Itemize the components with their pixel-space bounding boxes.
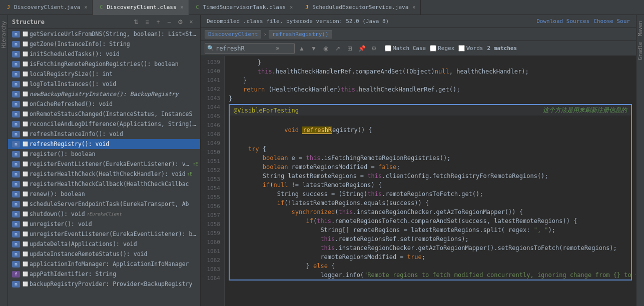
struct-item-19[interactable]: m ⬜ unregister(): void [8, 219, 200, 229]
badge-m: m [12, 121, 20, 128]
item-text: refreshInstanceInfo(): void [30, 130, 123, 138]
struct-item-24[interactable]: f ⬜ appPathIdentifier: String [8, 269, 200, 279]
tab-close-0[interactable]: × [84, 4, 87, 10]
download-sources-link[interactable]: Download Sources [536, 18, 589, 24]
struct-item-20[interactable]: m ⬜ unregisterEventListener(EurekaEventL… [8, 229, 200, 239]
structure-header: Structure ⇅ ≡ + – ⚙ × [8, 15, 200, 29]
struct-item-6[interactable]: m ⬜ newBackupRegistryInstance(): BackupR… [8, 89, 200, 99]
vis-public: ⬜ [22, 50, 29, 58]
item-text: updateDelta(Applications): void [30, 240, 137, 248]
struct-item-2[interactable]: m ⬜ initScheduledTasks(): void [8, 49, 200, 59]
search-settings-btn[interactable]: ⚙ [369, 44, 379, 54]
words-checkbox[interactable] [458, 45, 465, 52]
item-text: renew(): boolean [30, 190, 85, 198]
search-input[interactable] [216, 45, 276, 52]
struct-item-21[interactable]: m ⬜ updateDelta(Applications): void [8, 239, 200, 249]
struct-item-9[interactable]: m ⬜ reconcileAndLogDifference(Applicatio… [8, 119, 200, 129]
structure-toolbar: ⇅ ≡ + – ⚙ × [131, 17, 196, 27]
vis-public: ⬜ [22, 100, 29, 108]
struct-item-16[interactable]: m ⬜ renew(): boolean [8, 189, 200, 199]
item-text: onCacheRefreshed(): void [30, 100, 113, 108]
matches-count: 2 matches [487, 45, 517, 52]
item-text: localRegistrySize(): int [30, 70, 113, 78]
item-text: newBackupRegistryInstance(): BackupRegis… [30, 90, 179, 98]
struct-item-0[interactable]: m ⬜ getServiceUrlsFromDNS(String, boolea… [8, 29, 200, 39]
code-area[interactable]: 1039 1040 1041 1042 1043 1044 1045 1046 … [201, 56, 636, 306]
side-tab-maven[interactable]: Maven [636, 19, 644, 38]
search-prev-btn[interactable]: ▲ [297, 44, 307, 54]
line-num: 1060 [203, 238, 220, 247]
struct-item-13[interactable]: m ⬜ registerEventListener(EurekaEventLis… [8, 159, 200, 169]
code-line-1059: String[] remoteRegions = latestRemoteReg… [230, 226, 631, 234]
item-text: initScheduledTasks(): void [30, 50, 120, 58]
regex-checkbox[interactable] [430, 45, 436, 52]
structure-title: Structure [12, 18, 45, 26]
struct-item-4[interactable]: m ⬜ localRegistrySize(): int [8, 69, 200, 79]
tab-close-2[interactable]: × [290, 4, 293, 10]
breadcrumb-method[interactable]: refreshRegistry() [269, 30, 332, 38]
search-find-all-btn[interactable]: ◉ [321, 44, 331, 54]
badge-m: m [12, 41, 20, 48]
search-next-btn[interactable]: ▼ [309, 44, 319, 54]
collapse-all-btn[interactable]: – [164, 17, 174, 27]
struct-item-18[interactable]: m ⬜ shutdown(): void ↑EurekaClient [8, 209, 200, 219]
struct-item-5[interactable]: m ⬜ logTotalInstances(): void [8, 79, 200, 89]
match-case-label: Match Case [393, 45, 426, 52]
struct-item-7[interactable]: m ⬜ onCacheRefreshed(): void [8, 99, 200, 109]
struct-item-3[interactable]: m ⬜ isFetchingRemoteRegionRegistries(): … [8, 59, 200, 69]
struct-item-10[interactable]: m ⬜ refreshInstanceInfo(): void [8, 129, 200, 139]
hierarchy-tab[interactable]: Hierarchy [0, 19, 8, 50]
search-options-btn2[interactable]: ⊞ [345, 44, 355, 54]
close-structure-btn[interactable]: × [186, 17, 196, 27]
tab-discovery-class[interactable]: C DiscoveryClient.class × [93, 0, 189, 15]
badge-m: m [12, 31, 20, 38]
struct-item-14[interactable]: m ⬜ registerHealthCheck(HealthCheckHandl… [8, 169, 200, 179]
sort-alpha-btn[interactable]: ⇅ [131, 17, 141, 27]
tab-close-3[interactable]: × [412, 4, 415, 10]
item-text: registerEventListener(EurekaEventListene… [30, 160, 191, 168]
item-text: shutdown(): void [30, 210, 85, 218]
tab-scheduled-executor[interactable]: J ScheduledExecutorService.java × [298, 0, 421, 15]
breadcrumb-bar: DiscoveryClient › refreshRegistry() [201, 28, 636, 41]
settings-btn[interactable]: ⚙ [175, 17, 185, 27]
words-option[interactable]: Words [458, 45, 483, 52]
match-case-checkbox[interactable] [385, 45, 391, 52]
line-num: 1059 [203, 229, 220, 238]
struct-item-23[interactable]: m ⬜ applicationInfoManager: ApplicationI… [8, 259, 200, 269]
code-line-1052: boolean remoteRegionsModified = false; [230, 162, 631, 172]
match-case-option[interactable]: Match Case [385, 45, 426, 52]
item-text-selected: refreshRegistry(): void [30, 140, 109, 148]
vis-public: ⬜ [22, 270, 29, 278]
struct-item-25[interactable]: m ⬜ backupRegistryProvider: Provider<Bac… [8, 279, 200, 289]
struct-item-refresh-registry[interactable]: m ⬜ refreshRegistry(): void [8, 139, 200, 149]
regex-option[interactable]: Regex [430, 45, 454, 52]
choose-sources-link[interactable]: Choose Sour [593, 18, 630, 24]
line-numbers: 1039 1040 1041 1042 1043 1044 1045 1046 … [201, 56, 225, 306]
badge-m: m [12, 221, 20, 228]
struct-item-15[interactable]: m ⬜ registerHealthCheckCallback(HealthCh… [8, 179, 200, 189]
badge-m: m [12, 161, 20, 168]
tab-close-1[interactable]: × [181, 4, 184, 10]
item-text: unregisterEventListener(EurekaEventListe… [30, 230, 198, 238]
struct-item-22[interactable]: m ⬜ updateInstanceRemoteStatus(): void [8, 249, 200, 259]
sort-type-btn[interactable]: ≡ [142, 17, 152, 27]
line-num: 1055 [203, 193, 220, 202]
search-options-btn3[interactable]: 📌 [357, 44, 367, 54]
struct-item-8[interactable]: m ⬜ onRemoteStatusChanged(InstanceStatus… [8, 109, 200, 119]
side-tab-gradle[interactable]: Gradle [636, 40, 644, 62]
tab-timed-supervisor[interactable]: C TimedSupervisorTask.class × [189, 0, 299, 15]
vis-public: ⬜ [22, 240, 29, 248]
struct-item-12[interactable]: m ⬜ register(): boolean [8, 149, 200, 159]
struct-item-1[interactable]: m ⬜ getZone(InstanceInfo): String [8, 39, 200, 49]
line-num: 1044 [203, 103, 220, 112]
badge-m: m [12, 71, 20, 78]
struct-item-17[interactable]: m ⬜ scheduleServerEndpointTask(EurekaTra… [8, 199, 200, 209]
item-text: getZone(InstanceInfo): String [30, 40, 130, 48]
search-options-btn1[interactable]: ↗ [333, 44, 343, 54]
search-input-wrap: 🔍 ⊗ [205, 43, 295, 54]
words-label: Words [466, 45, 483, 52]
search-clear-btn[interactable]: ⊗ [276, 45, 279, 52]
expand-all-btn[interactable]: + [153, 17, 163, 27]
tab-discovery-java[interactable]: J DiscoveryClient.java × [0, 0, 93, 15]
breadcrumb-class[interactable]: DiscoveryClient [205, 30, 261, 38]
